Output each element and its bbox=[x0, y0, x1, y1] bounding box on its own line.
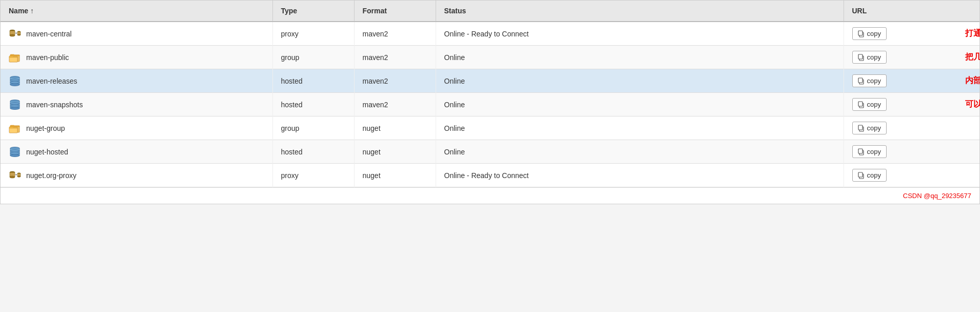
svg-rect-8 bbox=[858, 31, 863, 35]
cell-format: nuget bbox=[354, 164, 436, 187]
cell-type: group bbox=[272, 46, 354, 69]
column-header-url[interactable]: URL bbox=[844, 1, 979, 22]
column-header-name[interactable]: Name ↑ bbox=[1, 1, 272, 22]
table-row: nuget-group groupnugetOnline copy bbox=[1, 116, 979, 140]
cell-type: group bbox=[272, 116, 354, 140]
cell-status: Online bbox=[436, 93, 844, 116]
repository-table-container: Name ↑ Type Format Status URL bbox=[0, 0, 980, 204]
svg-point-24 bbox=[10, 105, 19, 107]
copy-button[interactable]: copy bbox=[852, 27, 887, 40]
svg-point-44 bbox=[17, 176, 21, 177]
cell-format: maven2 bbox=[354, 22, 436, 46]
cell-url: copy bbox=[844, 116, 979, 140]
hosted-icon bbox=[9, 99, 21, 111]
svg-point-17 bbox=[10, 81, 19, 84]
svg-point-35 bbox=[10, 152, 19, 154]
table-row: maven-central proxymaven2Online - Ready … bbox=[1, 22, 979, 46]
cell-type: hosted bbox=[272, 140, 354, 164]
svg-rect-30 bbox=[858, 125, 863, 130]
svg-rect-26 bbox=[858, 102, 863, 106]
table-row: maven-public groupmaven2Online copy 把几个仓… bbox=[1, 46, 979, 69]
cell-url: copy 内部jar bbox=[844, 69, 979, 93]
proxy-icon bbox=[9, 28, 21, 40]
svg-rect-37 bbox=[858, 149, 863, 153]
cell-url: copy bbox=[844, 164, 979, 187]
cell-format: maven2 bbox=[354, 93, 436, 116]
cell-name: nuget-hosted bbox=[1, 140, 272, 164]
table-row: maven-snapshots hostedmaven2Online copy … bbox=[1, 93, 979, 116]
svg-point-6 bbox=[17, 34, 21, 35]
copy-button[interactable]: copy bbox=[852, 98, 887, 111]
cell-format: nuget bbox=[354, 116, 436, 140]
copy-button[interactable]: copy bbox=[852, 122, 887, 134]
cell-status: Online bbox=[436, 116, 844, 140]
cell-type: hosted bbox=[272, 93, 354, 116]
cell-url: copy 可以新建一个第三方的 bbox=[844, 93, 979, 116]
cell-name: maven-snapshots bbox=[1, 93, 272, 116]
cell-name: maven-public bbox=[1, 46, 272, 69]
cell-type: hosted bbox=[272, 69, 354, 93]
footer-bar: CSDN @qq_29235677 bbox=[1, 187, 979, 204]
repo-name[interactable]: maven-releases bbox=[26, 77, 77, 85]
cell-status: Online - Ready to Connect bbox=[436, 22, 844, 46]
annotation-text: 把几个仓库组成一个组 bbox=[965, 52, 981, 63]
copy-button[interactable]: copy bbox=[852, 51, 887, 64]
repo-name[interactable]: nuget-hosted bbox=[26, 148, 68, 156]
repo-name[interactable]: maven-central bbox=[26, 30, 72, 38]
svg-point-2 bbox=[10, 34, 15, 36]
column-header-status[interactable]: Status bbox=[436, 1, 844, 22]
hosted-icon bbox=[9, 146, 21, 158]
repo-name[interactable]: maven-snapshots bbox=[26, 101, 83, 109]
cell-url: copy 把几个仓库组成一个组 bbox=[844, 46, 979, 69]
proxy-icon bbox=[9, 169, 21, 182]
cell-format: maven2 bbox=[354, 69, 436, 93]
hosted-icon bbox=[9, 75, 21, 87]
cell-type: proxy bbox=[272, 164, 354, 187]
annotation-text: 可以新建一个第三方的 bbox=[965, 99, 981, 110]
cell-format: nuget bbox=[354, 140, 436, 164]
repo-name[interactable]: maven-public bbox=[26, 53, 69, 62]
annotation-text: 打通私服和远程仓库 bbox=[965, 28, 981, 39]
table-row: nuget.org-proxy proxynugetOnline - Ready… bbox=[1, 164, 979, 187]
svg-rect-46 bbox=[858, 172, 863, 177]
cell-url: copy bbox=[844, 140, 979, 164]
cell-status: Online - Ready to Connect bbox=[436, 164, 844, 187]
cell-type: proxy bbox=[272, 22, 354, 46]
repository-table: Name ↑ Type Format Status URL bbox=[1, 1, 979, 187]
repo-name[interactable]: nuget-group bbox=[26, 124, 65, 132]
table-row: maven-releases hostedmaven2Online copy 内… bbox=[1, 69, 979, 93]
cell-status: Online bbox=[436, 69, 844, 93]
cell-status: Online bbox=[436, 140, 844, 164]
cell-name: nuget-group bbox=[1, 116, 272, 140]
svg-rect-12 bbox=[858, 54, 863, 59]
copy-button[interactable]: copy bbox=[852, 74, 887, 87]
repository-table-wrapper: Name ↑ Type Format Status URL bbox=[0, 0, 980, 204]
svg-point-40 bbox=[10, 176, 15, 178]
copy-button[interactable]: copy bbox=[852, 169, 887, 182]
annotation-text: 内部jar bbox=[965, 75, 981, 86]
table-header-row: Name ↑ Type Format Status URL bbox=[1, 1, 979, 22]
cell-name: maven-releases bbox=[1, 69, 272, 93]
table-row: nuget-hosted hostednugetOnline copy bbox=[1, 140, 979, 164]
repo-name[interactable]: nuget.org-proxy bbox=[26, 171, 76, 180]
cell-format: maven2 bbox=[354, 46, 436, 69]
footer-text: CSDN @qq_29235677 bbox=[903, 192, 971, 200]
column-header-format[interactable]: Format bbox=[354, 1, 436, 22]
cell-url: copy 打通私服和远程仓库 bbox=[844, 22, 979, 46]
cell-status: Online bbox=[436, 46, 844, 69]
group-icon bbox=[9, 51, 21, 64]
copy-button[interactable]: copy bbox=[852, 145, 887, 158]
cell-name: maven-central bbox=[1, 22, 272, 46]
svg-rect-19 bbox=[858, 78, 863, 83]
group-icon bbox=[9, 122, 21, 134]
cell-name: nuget.org-proxy bbox=[1, 164, 272, 187]
column-header-type[interactable]: Type bbox=[272, 1, 354, 22]
